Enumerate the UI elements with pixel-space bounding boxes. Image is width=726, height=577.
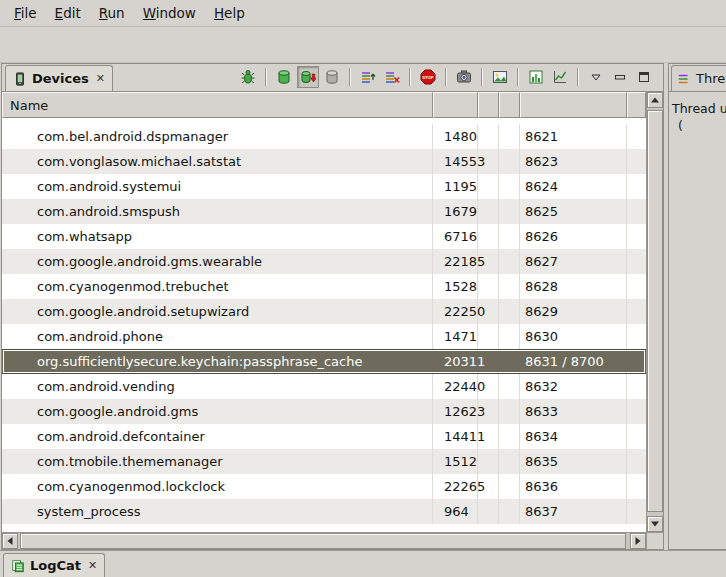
arrow-right-icon <box>636 537 641 545</box>
row-pid: 22250 <box>433 299 478 324</box>
row-name: com.tmobile.thememanager <box>2 449 433 474</box>
menu-file[interactable]: File <box>5 2 46 24</box>
menu-help[interactable]: Help <box>205 2 254 24</box>
table-header: Name <box>2 92 646 118</box>
maximize-icon[interactable] <box>633 66 655 88</box>
row-blank2 <box>499 249 520 274</box>
stop-label: STOP <box>422 75 434 80</box>
arrow-down-icon <box>651 522 659 527</box>
row-filler <box>627 174 646 199</box>
table-row[interactable]: com.whatsapp 6716 8626 <box>2 224 646 249</box>
update-threads-icon[interactable] <box>357 66 379 88</box>
row-blank1 <box>478 224 499 249</box>
table-row[interactable]: com.android.smspush 1679 8625 <box>2 199 646 224</box>
column-header-filler <box>627 92 646 118</box>
row-pid: 12623 <box>433 399 478 424</box>
arrow-left-icon <box>8 537 13 545</box>
table-row[interactable]: com.cyanogenmod.lockclock 22265 8636 <box>2 474 646 499</box>
row-pid: 20311 <box>433 350 478 373</box>
row-port: 8621 <box>520 124 627 149</box>
menubar: File Edit Run Window Help <box>0 0 726 27</box>
table-row[interactable]: com.bel.android.dspmanager 1480 8621 <box>2 124 646 149</box>
row-filler <box>627 449 646 474</box>
table-row[interactable]: com.android.phone 1471 8630 <box>2 324 646 349</box>
row-blank2 <box>499 324 520 349</box>
close-icon[interactable]: ✕ <box>88 560 97 571</box>
row-pid: 22185 <box>433 249 478 274</box>
devices-panel-toolbar: STOP <box>237 63 663 91</box>
row-blank1 <box>478 174 499 199</box>
row-filler <box>627 249 646 274</box>
stop-process-icon[interactable]: STOP <box>417 66 439 88</box>
table-row[interactable]: com.google.android.setupwizard 22250 862… <box>2 299 646 324</box>
debug-process-icon[interactable] <box>237 66 259 88</box>
row-name: com.android.defcontainer <box>2 424 433 449</box>
device-table-body: com.bel.android.dspmanager 1480 8621 com… <box>2 118 646 532</box>
row-blank1 <box>478 374 499 399</box>
row-blank2 <box>499 350 520 373</box>
dump-hprof-icon[interactable] <box>297 66 319 88</box>
row-port: 8627 <box>520 249 627 274</box>
row-filler <box>627 149 646 174</box>
row-blank2 <box>499 499 520 524</box>
table-row[interactable]: com.google.android.gms.wearable 22185 86… <box>2 249 646 274</box>
table-row[interactable]: com.google.android.gms 12623 8633 <box>2 399 646 424</box>
table-row[interactable]: com.vonglasow.michael.satstat 14553 8623 <box>2 149 646 174</box>
sysinfo-icon[interactable] <box>525 66 547 88</box>
menu-run[interactable]: Run <box>90 2 134 24</box>
horizontal-scrollbar[interactable] <box>2 532 646 549</box>
row-blank2 <box>499 474 520 499</box>
logcat-bar: LogCat ✕ <box>0 550 726 577</box>
tab-devices[interactable]: Devices ✕ <box>5 65 113 91</box>
row-blank2 <box>499 224 520 249</box>
table-row[interactable]: com.android.vending 22440 8632 <box>2 374 646 399</box>
scroll-right-button[interactable] <box>630 533 646 549</box>
dump-threads-icon[interactable] <box>381 66 403 88</box>
toolbar-separator <box>349 68 351 86</box>
table-row[interactable]: com.android.systemui 1195 8624 <box>2 174 646 199</box>
scroll-down-button[interactable] <box>647 516 663 532</box>
column-header-blank2[interactable] <box>499 92 520 118</box>
row-port: 8635 <box>520 449 627 474</box>
cause-gc-icon[interactable] <box>321 66 343 88</box>
row-pid: 22440 <box>433 374 478 399</box>
tab-logcat[interactable]: LogCat ✕ <box>3 553 105 577</box>
menu-window[interactable]: Window <box>134 2 205 24</box>
view-menu-icon[interactable] <box>585 66 607 88</box>
column-header-pid[interactable] <box>433 92 478 118</box>
menu-edit[interactable]: Edit <box>46 2 90 24</box>
scroll-up-button[interactable] <box>647 92 663 108</box>
row-port: 8630 <box>520 324 627 349</box>
row-filler <box>627 299 646 324</box>
column-header-name[interactable]: Name <box>2 92 433 118</box>
close-icon[interactable]: ✕ <box>96 73 105 84</box>
row-blank2 <box>499 399 520 424</box>
horizontal-scroll-thumb[interactable] <box>20 533 626 549</box>
row-blank1 <box>478 424 499 449</box>
table-row[interactable]: com.cyanogenmod.trebuchet 1528 8628 <box>2 274 646 299</box>
row-pid: 22265 <box>433 474 478 499</box>
row-blank1 <box>478 124 499 149</box>
column-header-port[interactable] <box>520 92 627 118</box>
update-heap-icon[interactable] <box>273 66 295 88</box>
row-name: system_process <box>2 499 433 524</box>
column-header-blank1[interactable] <box>478 92 499 118</box>
minimize-icon[interactable] <box>609 66 631 88</box>
vertical-scrollbar[interactable] <box>646 92 663 532</box>
row-filler <box>627 499 646 524</box>
table-row[interactable]: system_process 964 8637 <box>2 499 646 524</box>
toolbar-separator <box>481 68 483 86</box>
screen-record-icon[interactable] <box>489 66 511 88</box>
table-row[interactable]: com.tmobile.thememanager 1512 8635 <box>2 449 646 474</box>
row-port: 8636 <box>520 474 627 499</box>
network-stats-icon[interactable] <box>549 66 571 88</box>
row-name: com.whatsapp <box>2 224 433 249</box>
tab-threads[interactable]: Threads <box>671 65 726 91</box>
row-pid: 964 <box>433 499 478 524</box>
scroll-left-button[interactable] <box>2 533 18 549</box>
table-row[interactable]: org.sufficientlysecure.keychain:passphra… <box>2 349 646 374</box>
screen-capture-icon[interactable] <box>453 66 475 88</box>
row-name: com.google.android.gms.wearable <box>2 249 433 274</box>
vertical-scroll-thumb[interactable] <box>647 110 663 512</box>
table-row[interactable]: com.android.defcontainer 14411 8634 <box>2 424 646 449</box>
